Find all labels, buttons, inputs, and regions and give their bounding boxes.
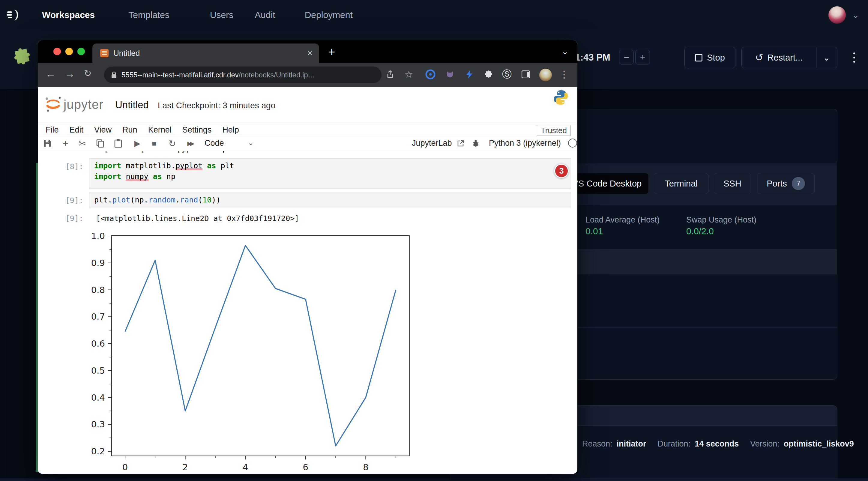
svg-text:0.9: 0.9 (91, 258, 105, 268)
cell-type-select[interactable]: Code (205, 138, 224, 148)
stat-label: Swap Usage (Host) (686, 215, 756, 225)
stat-label: Load Average (Host) (586, 215, 659, 225)
restart-button[interactable]: ↺ Restart... (742, 47, 816, 68)
add-cell-button[interactable]: + (59, 137, 71, 149)
app-button-ports[interactable]: Ports7 (757, 173, 815, 194)
app-button-vs-code-desktop[interactable]: VS Code Desktop (566, 173, 648, 194)
svg-text:0: 0 (122, 462, 128, 472)
copy-cells-button[interactable] (94, 137, 106, 149)
kernel-name[interactable]: Python 3 (ipykernel) (489, 138, 561, 148)
nav-item-workspaces[interactable]: Workspaces (42, 10, 95, 20)
svg-text:8: 8 (363, 462, 368, 472)
build-info: Reason:initiator Duration:14 seconds Ver… (582, 439, 854, 449)
notification-badge[interactable]: 3 (554, 164, 569, 178)
minimize-window-button[interactable] (65, 48, 73, 55)
browser-tab[interactable]: Untitled × (92, 43, 319, 63)
menu-file[interactable]: File (45, 125, 59, 135)
app-button-terminal[interactable]: Terminal (654, 173, 708, 194)
code-cell-8[interactable]: import matplotlib.pyplot as plt import n… (89, 158, 571, 189)
close-window-button[interactable] (53, 48, 61, 55)
new-tab-button[interactable]: + (328, 45, 335, 59)
coder-logo-icon[interactable] (6, 8, 21, 22)
browser-profile-avatar[interactable] (539, 69, 552, 81)
chevron-down-icon[interactable]: ⌄ (852, 9, 859, 20)
matplotlib-figure: 0.20.30.40.50.60.70.80.91.002468 (88, 231, 421, 474)
interrupt-kernel-button[interactable]: ■ (148, 137, 160, 149)
restart-kernel-button[interactable]: ↻ (166, 137, 178, 149)
run-cell-button[interactable]: ▶ (131, 137, 143, 149)
user-avatar[interactable] (829, 6, 846, 24)
stat-value: 0.01 (586, 226, 603, 236)
nav-item-users[interactable]: Users (210, 10, 234, 20)
onepassword-extension-icon[interactable] (425, 69, 436, 80)
menu-kernel[interactable]: Kernel (148, 125, 172, 135)
address-bar[interactable]: 5555--main--test--matifali.atif.cdr.dev/… (104, 67, 381, 83)
svg-text:0.2: 0.2 (91, 446, 105, 456)
output-text: [<matplotlib.lines.Line2D at 0x7fd03f191… (96, 213, 299, 224)
cell-type-chevron-icon[interactable]: ⌄ (248, 138, 254, 147)
open-jupyterlab-link[interactable]: JupyterLab (412, 138, 452, 148)
menu-run[interactable]: Run (122, 125, 137, 135)
build-version: optimistic_liskov9 (784, 439, 854, 449)
external-link-icon[interactable] (455, 137, 467, 149)
bookmark-star-icon[interactable]: ☆ (403, 69, 414, 80)
clipped-code-line: import matplotlib.pyplot as plt (96, 151, 236, 154)
notebook-title[interactable]: Untitled (115, 99, 149, 111)
restart-run-all-button[interactable]: ▶▶ (184, 137, 196, 149)
share-icon[interactable] (384, 69, 396, 80)
svg-text:0.6: 0.6 (91, 339, 105, 349)
debugger-bug-icon[interactable] (470, 137, 482, 149)
reload-button[interactable]: ↻ (84, 68, 91, 78)
tab-title: Untitled (113, 49, 140, 58)
cut-cells-button[interactable]: ✂ (76, 137, 88, 149)
stop-button[interactable]: Stop (684, 47, 736, 68)
browser-menu-icon[interactable]: ⋮ (558, 69, 570, 80)
python-logo (553, 90, 568, 105)
restart-dropdown-button[interactable]: ⌄ (816, 47, 837, 68)
zoom-out-button[interactable]: − (619, 50, 634, 64)
build-reason: initiator (617, 439, 646, 449)
bolt-extension-icon[interactable] (464, 69, 475, 80)
desktop: WorkspacesTemplatesUsersAuditDeployment … (0, 0, 868, 481)
session-extension-icon[interactable]: Ⓢ (501, 69, 513, 80)
nav-item-audit[interactable]: Audit (255, 10, 275, 20)
browser-tab-strip: Untitled × + ⌄ (38, 40, 577, 63)
back-button[interactable]: ← (45, 68, 56, 80)
output-prompt: [9]: (50, 213, 83, 224)
app-button-ssh[interactable]: SSH (714, 173, 751, 194)
cat-extension-icon[interactable] (444, 69, 456, 80)
menu-help[interactable]: Help (222, 125, 239, 135)
zoom-in-button[interactable]: + (635, 50, 650, 64)
panel-edge (0, 479, 868, 481)
maximize-window-button[interactable] (78, 48, 85, 55)
stat-value: 0.0/2.0 (686, 226, 714, 236)
nav-menu: WorkspacesTemplatesUsersAuditDeployment (42, 0, 353, 30)
paste-cells-button[interactable] (112, 137, 124, 149)
trusted-button[interactable]: Trusted (537, 125, 571, 136)
extensions-puzzle-icon[interactable] (482, 69, 494, 80)
browser-window: Untitled × + ⌄ ← → ↻ 5555--main--test--m… (38, 40, 577, 474)
nav-item-templates[interactable]: Templates (128, 10, 169, 20)
menu-view[interactable]: View (94, 125, 112, 135)
code-cell-9[interactable]: plt.plot(np.random.rand(10)) (89, 193, 571, 208)
save-button[interactable] (41, 137, 53, 149)
forward-button[interactable]: → (65, 68, 75, 80)
svg-text:0.8: 0.8 (91, 285, 105, 295)
svg-text:4: 4 (243, 462, 248, 472)
svg-text:1.0: 1.0 (91, 231, 105, 241)
notebook-favicon (100, 49, 108, 57)
menu-settings[interactable]: Settings (182, 125, 212, 135)
browser-toolbar: ← → ↻ 5555--main--test--matifali.atif.cd… (38, 63, 577, 87)
svg-text:2: 2 (182, 462, 188, 472)
restart-split-button[interactable]: ↺ Restart... ⌄ (741, 47, 837, 68)
svg-text:0.3: 0.3 (91, 419, 105, 429)
menu-edit[interactable]: Edit (70, 125, 84, 135)
cell-prompt: [8]: (50, 161, 83, 172)
checkpoint-status: Last Checkpoint: 3 minutes ago (158, 101, 275, 110)
side-panel-icon[interactable] (520, 69, 531, 80)
svg-text:0.5: 0.5 (91, 365, 105, 376)
nav-item-deployment[interactable]: Deployment (305, 10, 353, 20)
more-options-button[interactable] (848, 49, 860, 66)
tab-overflow-chevron-icon[interactable]: ⌄ (561, 46, 568, 56)
close-tab-icon[interactable]: × (307, 48, 313, 58)
